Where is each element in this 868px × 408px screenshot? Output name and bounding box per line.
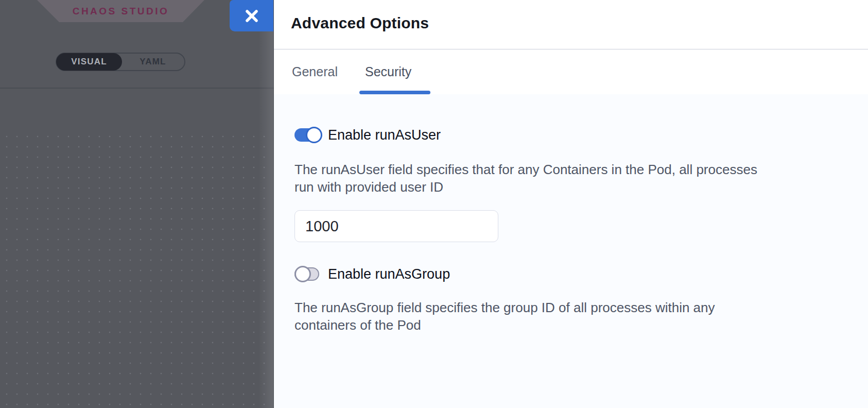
yaml-toggle-segment[interactable]: YAML [121, 54, 184, 70]
description-line: The runAsGroup field specifies the group… [294, 299, 847, 316]
run-as-user-row: Enable runAsUser [294, 126, 847, 144]
visual-toggle-segment[interactable]: VISUAL [56, 53, 122, 71]
canvas-header-divider [0, 88, 274, 89]
run-as-group-toggle[interactable] [294, 265, 322, 283]
close-icon [245, 9, 258, 23]
drawer-header: Advanced Options [274, 0, 868, 49]
toggle-knob [294, 266, 311, 282]
drawer-title: Advanced Options [291, 14, 868, 32]
tab-general[interactable]: General [292, 64, 338, 79]
run-as-group-row: Enable runAsGroup [294, 265, 847, 283]
drawer-tabbar: General Security [274, 49, 868, 94]
run-as-user-toggle[interactable] [294, 126, 322, 144]
toggle-knob [306, 127, 322, 143]
chaos-studio-banner: CHAOS STUDIO [37, 0, 204, 22]
run-as-group-label: Enable runAsGroup [328, 265, 450, 283]
run-as-user-description: The runAsUser field specifies that for a… [294, 161, 847, 196]
visual-yaml-toggle[interactable]: VISUAL YAML [56, 53, 185, 71]
description-line: run with provided user ID [294, 178, 847, 196]
tab-security[interactable]: Security [365, 64, 411, 79]
pipeline-canvas-dot-grid [0, 129, 274, 408]
run-as-user-label: Enable runAsUser [328, 126, 441, 144]
security-tab-panel: Enable runAsUser The runAsUser field spe… [274, 94, 868, 408]
active-tab-underline [359, 91, 430, 94]
canvas-dim-overlay: CHAOS STUDIO VISUAL YAML [0, 0, 274, 408]
chaos-studio-banner-label: CHAOS STUDIO [73, 6, 169, 17]
run-as-user-input[interactable] [294, 210, 498, 242]
description-line: containers of the Pod [294, 316, 847, 334]
drawer-close-button[interactable] [230, 0, 273, 31]
run-as-group-description: The runAsGroup field specifies the group… [294, 299, 847, 334]
description-line: The runAsUser field specifies that for a… [294, 161, 847, 178]
advanced-options-drawer: Advanced Options General Security Enable… [274, 0, 868, 408]
